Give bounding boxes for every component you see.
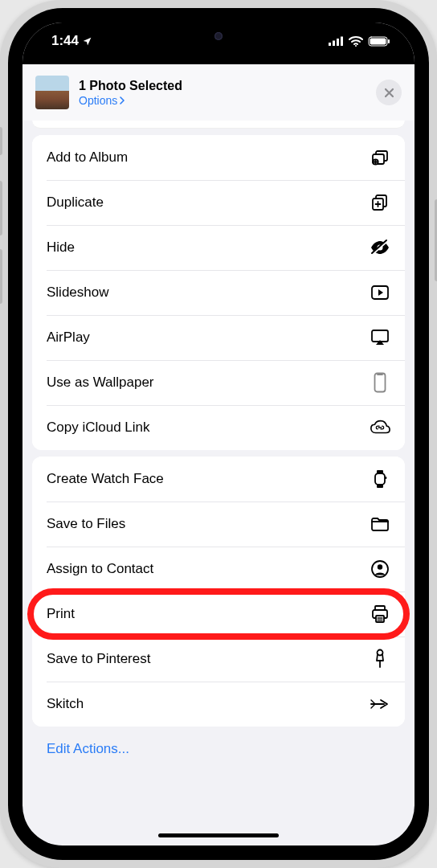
svg-rect-2 <box>337 39 339 46</box>
battery-icon <box>368 36 390 47</box>
phone-icon <box>370 372 390 393</box>
cellular-icon <box>328 36 344 46</box>
action-group-1: Add to Album Duplicate Hide <box>32 135 405 450</box>
close-button[interactable] <box>376 80 402 105</box>
svg-rect-7 <box>388 39 390 43</box>
action-duplicate[interactable]: Duplicate <box>32 180 405 225</box>
action-hide[interactable]: Hide <box>32 225 405 270</box>
action-save-to-pinterest[interactable]: Save to Pinterest <box>32 637 405 682</box>
notch <box>134 23 303 50</box>
album-add-icon <box>370 147 390 168</box>
volume-down-button <box>0 249 2 304</box>
pin-icon <box>370 649 390 669</box>
action-label: Copy iCloud Link <box>47 420 150 436</box>
svg-rect-1 <box>333 41 335 47</box>
action-create-watch-face[interactable]: Create Watch Face <box>32 457 405 502</box>
folder-icon <box>370 514 390 534</box>
action-airplay[interactable]: AirPlay <box>32 315 405 360</box>
action-label: Slideshow <box>47 285 109 301</box>
action-label: AirPlay <box>47 330 90 346</box>
options-label: Options <box>79 94 117 107</box>
sheet-header-text: 1 Photo Selected Options <box>79 79 366 107</box>
play-rect-icon <box>370 282 390 303</box>
volume-up-button <box>0 181 2 235</box>
action-use-as-wallpaper[interactable]: Use as Wallpaper <box>32 360 405 405</box>
action-add-to-album[interactable]: Add to Album <box>32 135 405 180</box>
action-label: Use as Wallpaper <box>47 375 154 391</box>
skitch-icon <box>370 694 390 714</box>
close-icon <box>384 88 394 98</box>
sheet-title: 1 Photo Selected <box>79 79 366 93</box>
phone-bezel: 1:44 1 <box>8 8 429 860</box>
print-icon <box>370 604 390 624</box>
action-label: Save to Pinterest <box>47 651 150 667</box>
action-skitch[interactable]: Skitch <box>32 682 405 727</box>
action-slideshow[interactable]: Slideshow <box>32 270 405 315</box>
action-label: Add to Album <box>47 149 128 166</box>
duplicate-icon <box>370 192 390 213</box>
status-time: 1:44 <box>51 33 92 49</box>
action-label: Create Watch Face <box>47 471 164 487</box>
action-assign-to-contact[interactable]: Assign to Contact <box>32 547 405 592</box>
action-group-2: Create Watch Face Save to Files Assign t… <box>32 457 405 727</box>
action-label: Hide <box>47 240 75 256</box>
actions-scroll[interactable]: Add to Album Duplicate Hide <box>22 121 415 784</box>
action-label: Save to Files <box>47 516 125 532</box>
location-arrow-icon <box>82 36 92 47</box>
wifi-icon <box>349 36 363 47</box>
action-print[interactable]: Print <box>32 592 405 637</box>
action-save-to-files[interactable]: Save to Files <box>32 502 405 547</box>
cloud-link-icon <box>370 417 390 438</box>
action-label: Print <box>47 606 75 622</box>
action-label: Assign to Contact <box>47 561 153 577</box>
hide-icon <box>370 237 390 258</box>
airplay-icon <box>370 327 390 348</box>
svg-rect-3 <box>341 37 343 47</box>
action-label: Skitch <box>47 696 84 712</box>
home-indicator[interactable] <box>158 833 279 837</box>
photo-thumbnail[interactable] <box>35 76 69 109</box>
svg-point-4 <box>355 45 357 47</box>
svg-point-20 <box>378 564 382 569</box>
action-label: Duplicate <box>47 194 104 211</box>
options-button[interactable]: Options <box>79 94 366 107</box>
screen: 1:44 1 <box>22 23 415 845</box>
highlight-ring <box>27 588 410 640</box>
svg-rect-15 <box>372 330 388 342</box>
contact-icon <box>370 559 390 579</box>
svg-rect-17 <box>375 473 385 485</box>
svg-rect-6 <box>370 38 386 44</box>
svg-rect-16 <box>375 374 386 392</box>
group-peek <box>32 121 405 129</box>
svg-rect-18 <box>386 477 387 479</box>
mute-switch <box>0 127 2 155</box>
svg-rect-23 <box>376 616 384 622</box>
watch-icon <box>370 469 390 489</box>
share-sheet-header: 1 Photo Selected Options <box>22 64 415 121</box>
chevron-right-icon <box>119 96 125 104</box>
phone-frame: 1:44 1 <box>0 0 437 868</box>
clock-text: 1:44 <box>51 33 79 49</box>
edit-actions-button[interactable]: Edit Actions... <box>32 727 405 776</box>
svg-rect-0 <box>329 43 331 46</box>
status-right <box>328 36 390 47</box>
action-copy-icloud-link[interactable]: Copy iCloud Link <box>32 405 405 450</box>
